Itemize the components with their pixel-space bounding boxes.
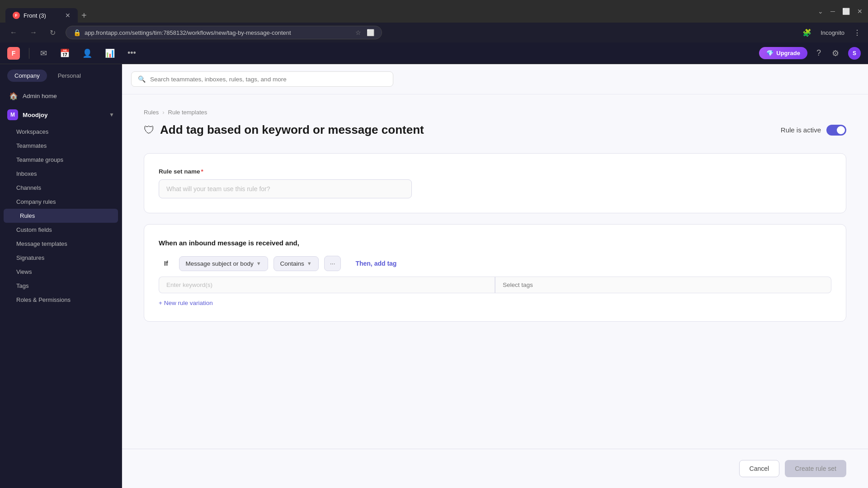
rule-active-wrap: Rule is active xyxy=(781,125,846,136)
extensions-icon: 🧩 xyxy=(802,28,811,37)
rule-inputs-row xyxy=(159,277,831,293)
company-tab[interactable]: Company xyxy=(7,70,47,82)
page-title-wrap: 🛡 Add tag based on keyword or message co… xyxy=(144,123,424,137)
page-header: 🛡 Add tag based on keyword or message co… xyxy=(144,123,846,137)
sidebar-group-moodjoy[interactable]: M Moodjoy ▼ xyxy=(0,105,122,125)
when-label: When an inbound message is received and, xyxy=(159,239,831,247)
sidebar-item-rules[interactable]: Rules xyxy=(4,209,118,223)
sidebar-item-channels[interactable]: Channels xyxy=(0,181,122,195)
personal-tab[interactable]: Personal xyxy=(51,70,88,82)
sidebar-item-inboxes[interactable]: Inboxes xyxy=(0,167,122,181)
settings-icon[interactable]: ⚙ xyxy=(830,47,841,60)
sidebar-item-signatures[interactable]: Signatures xyxy=(0,251,122,265)
sidebar-item-tags[interactable]: Tags xyxy=(0,279,122,293)
admin-home-label: Admin home xyxy=(23,93,57,99)
breadcrumb-rules-link[interactable]: Rules xyxy=(144,109,159,116)
sidebar: Company Personal 🏠 Admin home M Moodjoy … xyxy=(0,64,122,488)
back-button[interactable]: ← xyxy=(7,27,20,38)
sidebar-item-roles-permissions[interactable]: Roles & Permissions xyxy=(0,293,122,307)
forward-button[interactable]: → xyxy=(27,27,40,38)
url-text: app.frontapp.com/settings/tim:7858132/wo… xyxy=(85,29,291,36)
condition-dropdown-label: Message subject or body xyxy=(186,260,254,267)
sidebar-item-views[interactable]: Views xyxy=(0,265,122,279)
contacts-icon[interactable]: 👤 xyxy=(80,47,94,60)
tag-rule-icon: 🛡 xyxy=(144,124,155,136)
upgrade-label: Upgrade xyxy=(776,50,800,56)
address-bar-icons: ☆ ⬜ xyxy=(355,29,374,36)
chevron-down-icon: ▼ xyxy=(109,112,114,118)
rule-active-label: Rule is active xyxy=(781,126,821,134)
if-label: If xyxy=(159,256,174,271)
calendar-icon[interactable]: 📅 xyxy=(58,47,71,60)
when-section: When an inbound message is received and,… xyxy=(144,224,846,322)
sidebar-item-custom-fields[interactable]: Custom fields xyxy=(0,223,122,237)
search-input-wrap[interactable]: 🔍 xyxy=(131,71,393,87)
chevron-down-icon: ▼ xyxy=(256,261,261,266)
rule-set-name-section: Rule set name* xyxy=(144,153,846,213)
breadcrumb-separator: › xyxy=(162,109,164,116)
page-title: Add tag based on keyword or message cont… xyxy=(160,123,424,137)
more-dots-icon[interactable]: ••• xyxy=(126,47,138,60)
address-bar[interactable]: 🔒 app.frontapp.com/settings/tim:7858132/… xyxy=(66,26,382,39)
incognito-label: Incognito xyxy=(821,29,844,36)
content-area: 🔍 Rules › Rule templates 🛡 Add tag based… xyxy=(122,64,868,488)
reload-button[interactable]: ↻ xyxy=(47,27,58,39)
then-label: Then, add tag xyxy=(355,260,396,267)
rule-active-toggle[interactable] xyxy=(826,125,846,136)
tab-title: Front (3) xyxy=(24,12,46,19)
tab-favicon: F xyxy=(13,12,20,19)
if-condition-row: If Message subject or body ▼ Contains ▼ … xyxy=(159,256,831,271)
help-icon[interactable]: ? xyxy=(815,47,823,60)
rule-set-name-label: Rule set name* xyxy=(159,168,831,175)
group-name: Moodjoy xyxy=(23,112,48,118)
group-avatar: M xyxy=(7,109,18,120)
search-icon: 🔍 xyxy=(138,75,146,83)
sidebar-tab-group: Company Personal xyxy=(0,64,122,87)
active-tab[interactable]: F Front (3) ✕ xyxy=(5,8,78,23)
operator-dropdown-label: Contains xyxy=(280,260,304,267)
upgrade-button[interactable]: 💎 Upgrade xyxy=(759,47,807,59)
search-bar-row: 🔍 xyxy=(122,64,868,94)
cancel-button[interactable]: Cancel xyxy=(739,460,780,477)
home-icon: 🏠 xyxy=(9,92,18,100)
chart-icon[interactable]: 📊 xyxy=(103,47,117,60)
lock-icon: 🔒 xyxy=(73,29,81,36)
create-rule-set-button[interactable]: Create rule set xyxy=(785,460,846,477)
sidebar-item-message-templates[interactable]: Message templates xyxy=(0,237,122,251)
sidebar-item-teammates[interactable]: Teammates xyxy=(0,139,122,153)
sidebar-item-company-rules[interactable]: Company rules xyxy=(0,195,122,209)
separator xyxy=(29,48,29,59)
app-logo: F xyxy=(7,47,20,60)
tab-close-btn[interactable]: ✕ xyxy=(65,12,71,19)
required-marker: * xyxy=(201,168,203,175)
page-content: Rules › Rule templates 🛡 Add tag based o… xyxy=(122,94,868,449)
inbox-icon[interactable]: ✉ xyxy=(38,47,49,60)
toolbar-icons: 🧩 Incognito ⋮ xyxy=(802,28,861,37)
sidebar-item-workspaces[interactable]: Workspaces xyxy=(0,125,122,139)
menu-icon[interactable]: ⋮ xyxy=(854,28,861,37)
breadcrumb-rule-templates: Rule templates xyxy=(168,109,208,116)
operator-dropdown[interactable]: Contains ▼ xyxy=(274,256,319,271)
new-rule-variation-link[interactable]: + New rule variation xyxy=(159,300,213,306)
condition-dropdown[interactable]: Message subject or body ▼ xyxy=(179,256,268,271)
diamond-icon: 💎 xyxy=(766,50,774,56)
keyword-input[interactable] xyxy=(159,277,495,293)
new-tab-button[interactable]: + xyxy=(78,9,90,23)
search-input[interactable] xyxy=(150,76,387,83)
avatar[interactable]: S xyxy=(848,47,861,60)
sidebar-item-admin-home[interactable]: 🏠 Admin home xyxy=(0,87,122,105)
breadcrumb: Rules › Rule templates xyxy=(144,109,846,116)
more-options-button[interactable]: ··· xyxy=(324,256,341,271)
chevron-down-icon: ▼ xyxy=(307,261,312,266)
window-controls: ⌄ ─ ⬜ ✕ xyxy=(818,8,863,15)
sidebar-item-teammate-groups[interactable]: Teammate groups xyxy=(0,153,122,167)
footer-actions: Cancel Create rule set xyxy=(122,449,868,488)
rule-set-name-input[interactable] xyxy=(159,179,412,198)
tag-select-input[interactable] xyxy=(495,277,831,293)
